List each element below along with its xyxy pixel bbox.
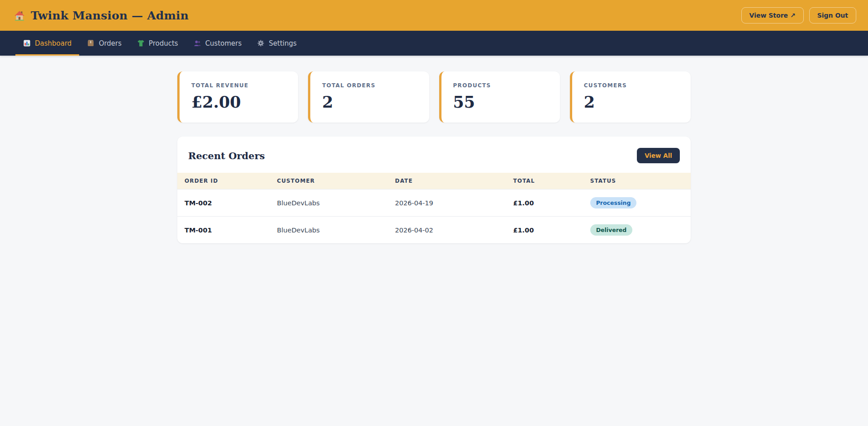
tab-settings[interactable]: Settings	[249, 31, 304, 56]
table-row[interactable]: TM-001 BlueDevLabs 2026-04-02 £1.00 Deli…	[177, 217, 691, 244]
stats-row: Total Revenue £2.00 Total Orders 2 Produ…	[177, 71, 691, 123]
page-title: Twink Mansion — Admin	[31, 9, 189, 22]
order-id-cell: TM-002	[177, 189, 270, 217]
tab-dashboard[interactable]: Dashboard	[15, 31, 79, 56]
status-cell: Processing	[583, 189, 691, 217]
stat-value: £2.00	[191, 93, 286, 111]
stat-label: Customers	[584, 82, 679, 89]
tab-label: Products	[149, 39, 178, 47]
tab-label: Customers	[205, 39, 242, 47]
brand: Twink Mansion — Admin	[14, 9, 189, 22]
tab-customers[interactable]: Customers	[186, 31, 250, 56]
table-row[interactable]: TM-002 BlueDevLabs 2026-04-19 £1.00 Proc…	[177, 189, 691, 217]
orders-table-header-row: Order ID Customer Date Total Status	[177, 173, 691, 189]
stat-card-products: Products 55	[439, 71, 560, 123]
status-cell: Delivered	[583, 217, 691, 244]
recent-orders-panel: Recent Orders View All Order ID Customer…	[177, 137, 691, 243]
recent-orders-header: Recent Orders View All	[177, 137, 691, 173]
tab-label: Orders	[99, 39, 121, 47]
stat-card-total-revenue: Total Revenue £2.00	[177, 71, 298, 123]
col-header-total: Total	[506, 173, 583, 189]
gear-icon	[257, 39, 265, 47]
stat-label: Total Revenue	[191, 82, 286, 89]
tab-label: Dashboard	[35, 39, 71, 47]
package-icon	[87, 39, 95, 47]
header-actions: View Store ↗ Sign Out	[741, 7, 856, 24]
stat-card-customers: Customers 2	[570, 71, 691, 123]
orders-table: Order ID Customer Date Total Status TM-0…	[177, 173, 691, 243]
customer-cell: BlueDevLabs	[270, 189, 388, 217]
bar-chart-icon	[23, 39, 31, 47]
main-content: Total Revenue £2.00 Total Orders 2 Produ…	[177, 71, 691, 243]
status-badge: Processing	[590, 197, 637, 208]
col-header-order-id: Order ID	[177, 173, 270, 189]
stat-value: 55	[453, 93, 548, 111]
stat-card-total-orders: Total Orders 2	[308, 71, 429, 123]
app-header: Twink Mansion — Admin View Store ↗ Sign …	[0, 0, 868, 31]
tab-orders[interactable]: Orders	[79, 31, 129, 56]
col-header-date: Date	[388, 173, 506, 189]
main-nav: Dashboard Orders Products	[0, 31, 868, 56]
stat-value: 2	[584, 93, 679, 111]
stat-label: Total Orders	[322, 82, 417, 89]
tab-label: Settings	[269, 39, 297, 47]
house-icon	[14, 9, 25, 21]
tab-products[interactable]: Products	[129, 31, 186, 56]
customer-cell: BlueDevLabs	[270, 217, 388, 244]
col-header-status: Status	[583, 173, 691, 189]
status-badge: Delivered	[590, 224, 633, 236]
total-cell: £1.00	[506, 217, 583, 244]
view-store-button[interactable]: View Store ↗	[741, 7, 804, 24]
view-all-button[interactable]: View All	[637, 148, 680, 163]
stat-label: Products	[453, 82, 548, 89]
stat-value: 2	[322, 93, 417, 111]
date-cell: 2026-04-19	[388, 189, 506, 217]
users-icon	[194, 39, 201, 47]
sign-out-button[interactable]: Sign Out	[809, 7, 856, 24]
col-header-customer: Customer	[270, 173, 388, 189]
order-id-cell: TM-001	[177, 217, 270, 244]
recent-orders-title: Recent Orders	[188, 150, 265, 161]
date-cell: 2026-04-02	[388, 217, 506, 244]
tshirt-icon	[137, 39, 145, 47]
total-cell: £1.00	[506, 189, 583, 217]
